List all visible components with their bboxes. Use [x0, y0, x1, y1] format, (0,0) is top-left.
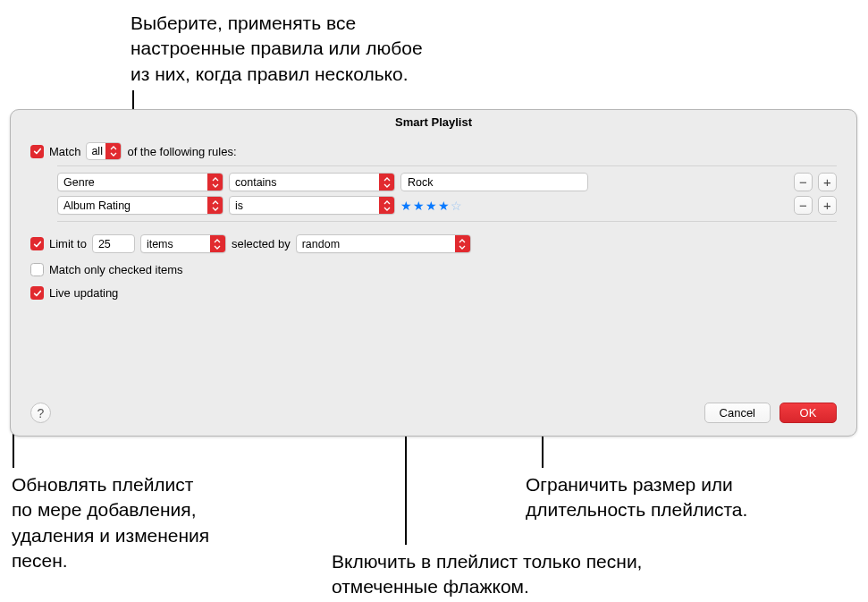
limit-count-value: 25	[98, 238, 111, 250]
rule-field-value: Album Rating	[63, 199, 131, 212]
match-checked-checkbox[interactable]	[30, 263, 44, 276]
rule-value-text: Rock	[408, 176, 433, 189]
rule-value-stars[interactable]: ★★★★☆	[400, 199, 463, 213]
match-label-before: Match	[49, 145, 80, 158]
match-label-after: of the following rules:	[127, 145, 236, 158]
rule-op-popup[interactable]: is	[229, 196, 395, 215]
help-button[interactable]: ?	[30, 403, 51, 423]
live-updating-label: Live updating	[49, 286, 118, 300]
rule-value-input[interactable]: Rock	[400, 173, 588, 191]
popup-arrows-icon	[379, 197, 394, 214]
popup-arrows-icon	[455, 235, 470, 252]
rule-op-popup[interactable]: contains	[229, 173, 395, 191]
callout-match-checked: Включить в плейлист только песни, отмече…	[332, 549, 779, 600]
limit-mid-label: selected by	[232, 237, 291, 250]
match-mode-value: all	[91, 145, 103, 157]
smart-playlist-dialog: Smart Playlist Match all of the followin…	[10, 109, 857, 437]
limit-label: Limit to	[49, 237, 87, 250]
match-checked-row: Match only checked items	[30, 263, 837, 276]
match-mode-popup[interactable]: all	[86, 142, 122, 160]
popup-arrows-icon	[379, 174, 394, 191]
dialog-title: Smart Playlist	[11, 110, 856, 133]
rule-field-popup[interactable]: Genre	[57, 173, 223, 191]
limit-unit-value: items	[147, 238, 173, 250]
match-row: Match all of the following rules:	[30, 142, 837, 160]
add-rule-button[interactable]: +	[818, 196, 837, 215]
limit-by-value: random	[302, 238, 340, 250]
rule-field-popup[interactable]: Album Rating	[57, 196, 223, 215]
limit-by-popup[interactable]: random	[296, 234, 471, 253]
live-updating-checkbox[interactable]	[30, 286, 44, 300]
check-icon	[33, 240, 42, 249]
remove-rule-button[interactable]: −	[794, 196, 813, 215]
popup-arrows-icon	[105, 143, 121, 159]
cancel-button[interactable]: Cancel	[704, 403, 771, 423]
live-updating-row: Live updating	[30, 286, 837, 300]
popup-arrows-icon	[207, 174, 223, 191]
popup-arrows-icon	[207, 197, 223, 214]
limit-unit-popup[interactable]: items	[140, 234, 226, 253]
callout-live-updating: Обновлять плейлист по мере добавления, у…	[12, 472, 324, 573]
check-icon	[33, 289, 42, 298]
match-checkbox[interactable]	[30, 145, 44, 158]
popup-arrows-icon	[210, 235, 225, 252]
match-checked-label: Match only checked items	[49, 263, 183, 276]
rule-op-value: is	[235, 199, 243, 212]
rules-list: Genre contains Rock − + Album Rating	[57, 165, 837, 222]
check-icon	[33, 147, 42, 156]
callout-limit: Ограничить размер или длительность плейл…	[526, 472, 865, 523]
rule-field-value: Genre	[63, 176, 95, 189]
limit-count-input[interactable]: 25	[92, 234, 135, 253]
remove-rule-button[interactable]: −	[794, 173, 813, 191]
rule-op-value: contains	[235, 176, 277, 189]
limit-row: Limit to 25 items selected by random	[30, 234, 837, 253]
ok-button[interactable]: OK	[780, 403, 837, 423]
rule-row: Genre contains Rock − +	[57, 173, 837, 191]
limit-checkbox[interactable]	[30, 237, 44, 250]
rule-row: Album Rating is ★★★★☆ − +	[57, 196, 837, 215]
add-rule-button[interactable]: +	[818, 173, 837, 191]
callout-match-mode: Выберите, применять все настроенные прав…	[131, 11, 595, 87]
